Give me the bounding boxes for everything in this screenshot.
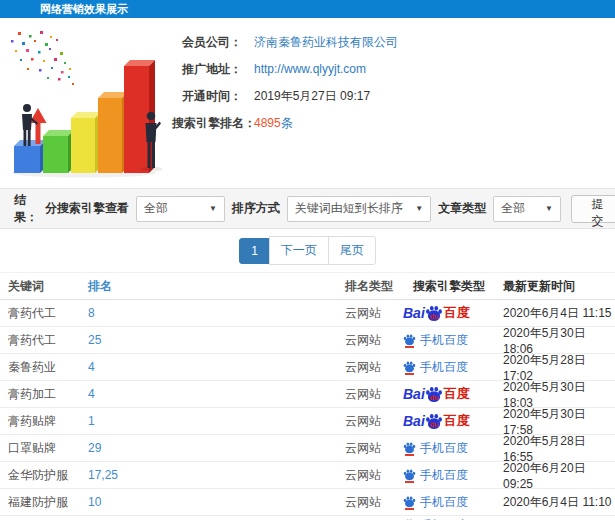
baidu-paw-icon <box>403 441 416 454</box>
header-keyword: 关键词 <box>0 278 88 295</box>
header-engine-type: 搜索引擎类型 <box>413 278 503 295</box>
keyword-cell: 膏药加工 <box>0 386 88 403</box>
search-engine-cell: 手机百度 <box>413 440 503 457</box>
rank-link[interactable]: 29 <box>88 441 345 455</box>
baidu-mobile-logo: 手机百度 <box>403 467 468 484</box>
pagination: 1 下一页 尾页 <box>0 229 615 272</box>
search-engine-cell: 手机百度 <box>413 359 503 376</box>
filter-bar: 结果： 分搜索引擎查看 全部 ▼ 排序方式 关键词由短到长排序 ▼ 文章类型 全… <box>0 188 615 229</box>
baidu-logo: Baidu百度 <box>403 304 470 322</box>
submit-button[interactable]: 提交 <box>571 195 615 223</box>
rank-count: 4895 <box>254 116 281 130</box>
keyword-cell: 膏药代工 <box>0 332 88 349</box>
rank-link[interactable]: 17,25 <box>88 468 345 482</box>
filter-controls: 分搜索引擎查看 全部 ▼ 排序方式 关键词由短到长排序 ▼ 文章类型 全部 ▼ … <box>38 195 615 223</box>
keyword-cell: 福建防护服 <box>0 494 88 511</box>
baidu-mobile-logo: 手机百度 <box>403 332 468 349</box>
baidu-paw-icon <box>403 495 416 508</box>
table-row: 福建防护服10云网站手机百度2020年6月4日 11:10 <box>0 489 615 516</box>
update-time-cell: 2020年6月4日 11:10 <box>503 494 615 511</box>
article-type-select[interactable]: 全部 ▼ <box>493 196 561 222</box>
promo-url-label: 推广地址： <box>172 61 242 78</box>
rank-link[interactable]: 8 <box>88 306 345 320</box>
info-row-company: 会员公司： 济南秦鲁药业科技有限公司 <box>172 34 398 61</box>
open-time-label: 开通时间： <box>172 88 242 105</box>
rank-link[interactable]: 25 <box>88 333 345 347</box>
confetti-dots <box>11 31 74 85</box>
update-time-cell: 2020年6月20日 09:25 <box>503 460 615 491</box>
table-row: 膏药代工8云网站Baidu百度2020年6月4日 11:15 <box>0 300 615 327</box>
window-titlebar: 网络营销效果展示 <box>0 0 615 18</box>
header-update-time: 最新更新时间 <box>503 278 615 295</box>
engine-filter-value: 全部 <box>144 200 168 217</box>
keyword-cell: 秦鲁药业 <box>0 359 88 376</box>
rank-link[interactable]: 1 <box>88 414 345 428</box>
baidu-underline <box>405 373 414 375</box>
article-type-label: 文章类型 <box>438 200 486 217</box>
marketing-chart-illustration <box>0 18 172 182</box>
open-time-value: 2019年5月27日 09:17 <box>254 88 370 105</box>
info-row-engine-rank: 搜索引擎排名： 4895条 <box>172 115 398 142</box>
baidu-underline <box>405 454 414 456</box>
engine-filter-select[interactable]: 全部 ▼ <box>136 196 225 222</box>
rank-link[interactable]: 4 <box>88 387 345 401</box>
keyword-cell: 膏药贴牌 <box>0 413 88 430</box>
sort-filter-value: 关键词由短到长排序 <box>295 200 403 217</box>
next-page-button[interactable]: 下一页 <box>269 236 329 265</box>
info-row-promo-url: 推广地址： http://www.qlyyjt.com <box>172 61 398 88</box>
page-title: 网络营销效果展示 <box>40 3 128 15</box>
table-row: 膏药贴牌1云网站Baidu百度2020年5月30日 17:58 <box>0 408 615 435</box>
table-row: 秦鲁药业4云网站手机百度2020年5月28日 17:02 <box>0 354 615 381</box>
keyword-cell: 口罩贴牌 <box>0 440 88 457</box>
info-fields: 会员公司： 济南秦鲁药业科技有限公司 推广地址： http://www.qlyy… <box>172 18 398 182</box>
rank-link[interactable]: 4 <box>88 360 345 374</box>
search-engine-cell: 手机百度 <box>413 332 503 349</box>
article-type-value: 全部 <box>501 200 525 217</box>
chevron-down-icon: ▼ <box>209 204 217 213</box>
baidu-underline <box>405 508 414 510</box>
baidu-underline <box>405 481 414 483</box>
engine-rank-value: 4895条 <box>254 115 293 132</box>
svg-text:du: du <box>429 312 439 321</box>
rank-link[interactable]: 10 <box>88 495 345 509</box>
engine-rank-label: 搜索引擎排名： <box>172 115 242 132</box>
baidu-mobile-logo: 手机百度 <box>403 494 468 511</box>
page-1-button[interactable]: 1 <box>239 238 270 264</box>
promo-url-link[interactable]: http://www.qlyyjt.com <box>254 62 366 76</box>
sort-filter-label: 排序方式 <box>232 200 280 217</box>
header-rank-type: 排名类型 <box>345 278 413 295</box>
company-label: 会员公司： <box>172 34 242 51</box>
baidu-paw-icon: du <box>425 304 443 322</box>
results-table: 关键词 排名 排名类型 搜索引擎类型 最新更新时间 膏药代工8云网站Baidu百… <box>0 272 615 520</box>
baidu-paw-icon <box>403 333 416 346</box>
table-row-partial: 手机百度 <box>0 516 615 520</box>
keyword-cell: 膏药代工 <box>0 305 88 322</box>
bar-chart-graphic <box>2 28 172 178</box>
info-row-open-time: 开通时间： 2019年5月27日 09:17 <box>172 88 398 115</box>
search-engine-cell: Baidu百度 <box>413 412 503 430</box>
table-row: 膏药加工4云网站Baidu百度2020年5月30日 18:03 <box>0 381 615 408</box>
rank-count-unit: 条 <box>281 116 293 130</box>
chevron-down-icon: ▼ <box>545 204 553 213</box>
sort-filter-select[interactable]: 关键词由短到长排序 ▼ <box>287 196 431 222</box>
baidu-logo: Baidu百度 <box>403 385 470 403</box>
baidu-logo: Baidu百度 <box>403 412 470 430</box>
svg-text:du: du <box>429 393 439 402</box>
baidu-paw-icon <box>403 360 416 373</box>
header-rank: 排名 <box>88 278 345 295</box>
chevron-down-icon: ▼ <box>415 204 423 213</box>
baidu-paw-icon: du <box>425 385 443 403</box>
update-time-cell: 2020年6月4日 11:15 <box>503 305 615 322</box>
info-section: 会员公司： 济南秦鲁药业科技有限公司 推广地址： http://www.qlyy… <box>0 18 615 182</box>
table-body: 膏药代工8云网站Baidu百度2020年6月4日 11:15膏药代工25云网站手… <box>0 300 615 520</box>
search-engine-cell: 手机百度 <box>413 516 503 520</box>
table-row: 金华防护服17,25云网站手机百度2020年6月20日 09:25 <box>0 462 615 489</box>
svg-text:du: du <box>429 420 439 429</box>
search-engine-cell: Baidu百度 <box>413 304 503 322</box>
engine-filter-label: 分搜索引擎查看 <box>45 200 129 217</box>
baidu-paw-icon <box>403 468 416 481</box>
company-link[interactable]: 济南秦鲁药业科技有限公司 <box>254 34 398 51</box>
search-engine-cell: 手机百度 <box>413 494 503 511</box>
result-label: 结果： <box>14 192 38 226</box>
last-page-button[interactable]: 尾页 <box>328 236 376 265</box>
